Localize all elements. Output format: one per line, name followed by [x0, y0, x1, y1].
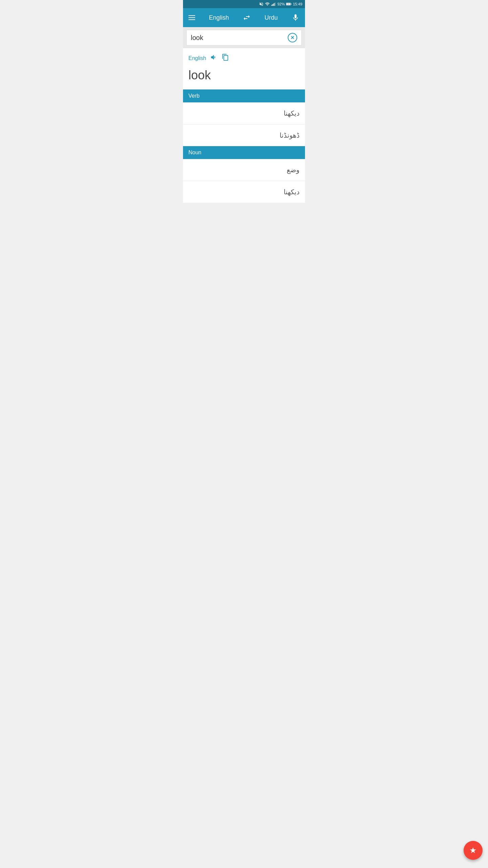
search-box: ✕: [186, 30, 302, 45]
svg-rect-1: [272, 4, 273, 6]
mic-icon: [291, 14, 300, 22]
app-bar: English Urdu: [183, 8, 305, 27]
svg-rect-0: [271, 5, 272, 6]
signal-icon: [271, 2, 276, 6]
section-header-noun: Noun: [183, 146, 305, 159]
translation-card: English look: [183, 48, 305, 90]
battery-text: 92%: [277, 2, 285, 6]
list-item[interactable]: ديكھنا: [183, 181, 305, 203]
wifi-icon: [265, 2, 270, 6]
source-word: look: [188, 67, 300, 84]
speak-button[interactable]: [210, 54, 218, 63]
swap-icon: [243, 14, 251, 22]
hamburger-icon: [188, 15, 195, 20]
card-language: English: [188, 55, 206, 61]
copy-button[interactable]: [222, 54, 229, 63]
target-language[interactable]: Urdu: [265, 14, 278, 21]
svg-rect-2: [273, 4, 274, 6]
search-input[interactable]: [191, 34, 288, 42]
list-item[interactable]: ديكھنا: [183, 102, 305, 124]
source-language[interactable]: English: [209, 14, 229, 21]
status-bar: 92% 15:49: [183, 0, 305, 8]
svg-rect-4: [275, 2, 276, 6]
status-icons: 92% 15:49: [259, 2, 302, 6]
verb-translations: ديكھنا ڈھونڈنا: [183, 102, 305, 146]
clear-button[interactable]: ✕: [288, 33, 297, 42]
swap-languages-button[interactable]: [243, 14, 251, 22]
list-item[interactable]: ڈھونڈنا: [183, 124, 305, 146]
voice-input-button[interactable]: [291, 14, 300, 22]
svg-rect-3: [274, 3, 275, 6]
copy-icon: [222, 54, 229, 61]
noun-translations: وضع ديكھنا: [183, 159, 305, 203]
menu-button[interactable]: [188, 15, 195, 20]
battery-icon: [286, 2, 291, 6]
sections-container: Verb ديكھنا ڈھونڈنا Noun وضع ديكھنا: [183, 90, 305, 203]
speaker-icon: [210, 54, 218, 61]
search-container: ✕: [183, 27, 305, 48]
svg-rect-6: [291, 3, 291, 4]
clear-icon: ✕: [288, 33, 297, 42]
list-item[interactable]: وضع: [183, 159, 305, 181]
card-header: English: [188, 54, 300, 63]
section-header-verb: Verb: [183, 90, 305, 102]
mute-icon: [259, 2, 264, 6]
time-text: 15:49: [293, 2, 302, 6]
